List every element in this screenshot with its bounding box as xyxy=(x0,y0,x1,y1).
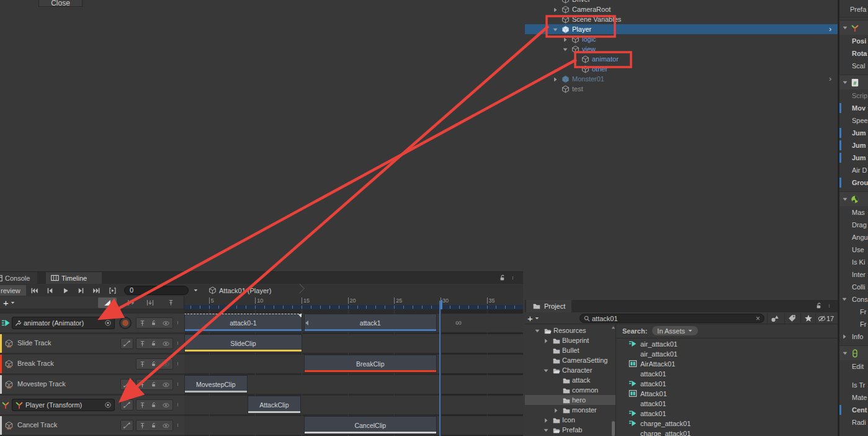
hierarchy-item-player[interactable]: Player› xyxy=(525,24,839,34)
property-cons[interactable]: Cons xyxy=(839,293,868,306)
search-by-type-button[interactable] xyxy=(767,313,782,324)
mute-eye-icon[interactable] xyxy=(162,340,170,347)
clip-CancelClip[interactable]: CancelClip xyxy=(304,416,437,434)
lock-icon[interactable] xyxy=(151,319,157,327)
property-scrip[interactable]: Scrip xyxy=(839,89,868,102)
foldout-open-icon[interactable] xyxy=(543,427,549,434)
clip-SlideClip[interactable]: SlideClip xyxy=(184,334,302,352)
prefab-chevron-icon[interactable]: › xyxy=(829,24,831,34)
property-spee[interactable]: Spee xyxy=(839,114,868,127)
result-item-charge_attack01[interactable]: charge_attack01 xyxy=(616,429,839,436)
object-picker-icon[interactable] xyxy=(104,319,112,327)
result-item-attack01[interactable]: attack01 xyxy=(616,409,839,419)
property-air-d[interactable]: Air D xyxy=(839,164,868,176)
mute-eye-icon[interactable] xyxy=(162,381,170,388)
property-radi[interactable]: Radi xyxy=(839,416,868,429)
folder-item-character[interactable]: Character xyxy=(525,365,615,375)
tab-project[interactable]: Project xyxy=(526,300,571,312)
goto-start-button[interactable] xyxy=(27,285,42,296)
pin-icon[interactable] xyxy=(139,340,146,348)
folder-item-common[interactable]: common xyxy=(525,385,615,395)
goto-end-button[interactable] xyxy=(89,285,104,296)
hierarchy-item-view[interactable]: view xyxy=(525,44,839,54)
foldout-open-icon[interactable] xyxy=(842,25,848,31)
lock-icon[interactable] xyxy=(151,422,157,429)
foldout-closed-icon[interactable] xyxy=(543,338,549,344)
folder-item-resources[interactable]: Resources xyxy=(525,325,615,335)
property-jum[interactable]: Jum xyxy=(839,139,868,152)
property-inter[interactable]: Inter xyxy=(839,268,868,281)
pin-icon[interactable] xyxy=(139,319,146,327)
next-frame-button[interactable] xyxy=(74,285,88,296)
property-grou[interactable]: Grou xyxy=(839,176,868,189)
folder-item-hero[interactable]: hero xyxy=(525,395,615,405)
property-jum[interactable]: Jum xyxy=(839,127,868,139)
mute-eye-icon[interactable] xyxy=(162,320,170,327)
result-item-air_attack01[interactable]: air_attack01 xyxy=(616,339,839,349)
clip-AttackClip[interactable]: AttackClip xyxy=(248,396,302,414)
property-rota[interactable]: Rota xyxy=(839,47,868,60)
hierarchy-item-other[interactable]: other xyxy=(525,64,839,74)
close-button[interactable]: Close xyxy=(38,0,83,7)
track-header-player-transform-[interactable]: Player (Transform) xyxy=(0,396,184,414)
foldout-open-icon[interactable] xyxy=(841,296,848,302)
prefab-chevron-icon[interactable]: › xyxy=(829,74,831,83)
timeline-breadcrumb[interactable]: Attack01 (Player) xyxy=(208,285,271,296)
foldout-open-icon[interactable] xyxy=(552,27,558,33)
scrollbar-thumb[interactable] xyxy=(612,421,615,436)
foldout-closed-icon[interactable] xyxy=(552,76,558,83)
prev-frame-button[interactable] xyxy=(43,285,57,296)
foldout-closed-icon[interactable] xyxy=(552,7,558,13)
pin-icon[interactable] xyxy=(139,422,146,430)
pin-icon[interactable] xyxy=(139,360,146,368)
foldout-open-icon[interactable] xyxy=(842,196,848,202)
track-header-slide-track[interactable]: {}Slide Track xyxy=(0,334,184,353)
property-use[interactable]: Use xyxy=(839,243,868,256)
replace-mode-button[interactable] xyxy=(141,297,159,308)
foldout-closed-icon[interactable] xyxy=(553,407,559,414)
property-posi[interactable]: Posi xyxy=(839,35,868,47)
curves-button[interactable] xyxy=(120,379,133,390)
hierarchy-item-logic[interactable]: logic xyxy=(525,34,839,44)
track-header-animator-animator-[interactable]: animator (Animator) xyxy=(0,314,184,332)
search-scope-chip[interactable]: In Assets xyxy=(652,326,698,335)
track-header-cancel-track[interactable]: {}Cancel Track xyxy=(0,416,184,435)
lock-icon[interactable] xyxy=(151,340,157,347)
hierarchy-item-monster01[interactable]: Monster01› xyxy=(525,74,839,84)
pin-icon[interactable] xyxy=(139,401,146,409)
hierarchy-item-scene-variables[interactable]: Scene Variables xyxy=(525,14,839,24)
clear-search-icon[interactable]: × xyxy=(756,314,760,323)
play-button[interactable] xyxy=(58,285,73,296)
folder-item-monster[interactable]: monster xyxy=(525,405,615,415)
play-range-button[interactable] xyxy=(105,285,120,296)
component-header[interactable] xyxy=(839,191,868,206)
track-header-movestep-track[interactable]: {}Movestep Track xyxy=(0,375,184,394)
lock-icon[interactable] xyxy=(151,360,157,368)
pin-icon[interactable] xyxy=(139,381,146,389)
search-by-label-button[interactable] xyxy=(784,313,799,324)
marker-toggle-button[interactable] xyxy=(161,297,180,308)
unlock-icon[interactable] xyxy=(499,274,506,282)
result-item-attack01[interactable]: attack01 xyxy=(616,399,839,409)
result-item-charge_attack01[interactable]: charge_attack01 xyxy=(616,419,839,429)
track-menu-icon[interactable] xyxy=(176,421,179,429)
property-is-ki[interactable]: Is Ki xyxy=(839,256,868,268)
property-cent[interactable]: Cent xyxy=(839,404,868,416)
object-picker-icon[interactable] xyxy=(104,401,112,409)
property-scal[interactable]: Scal xyxy=(839,60,868,72)
folder-item-attack[interactable]: attack xyxy=(525,375,615,385)
mute-eye-icon[interactable] xyxy=(162,361,170,368)
clip-BreakClip[interactable]: BreakClip xyxy=(304,355,437,373)
timeline-ruler[interactable]: 5101520253035 xyxy=(184,296,523,309)
property-mas[interactable]: Mas xyxy=(839,206,868,219)
property-edit[interactable]: Edit xyxy=(839,360,868,373)
foldout-closed-icon[interactable] xyxy=(562,37,568,43)
create-asset-button[interactable]: + xyxy=(527,313,540,324)
property-mate[interactable]: Mate xyxy=(839,391,868,404)
clip-MovestepClip[interactable]: MovestepClip xyxy=(184,375,248,393)
property-is-tr[interactable]: Is Tr xyxy=(839,379,868,391)
foldout-open-icon[interactable] xyxy=(534,328,540,334)
result-item-attack01[interactable]: attack01 xyxy=(616,369,839,379)
current-frame-field[interactable]: 0 xyxy=(124,286,189,295)
folder-item-bullet[interactable]: Bullet xyxy=(525,345,615,355)
